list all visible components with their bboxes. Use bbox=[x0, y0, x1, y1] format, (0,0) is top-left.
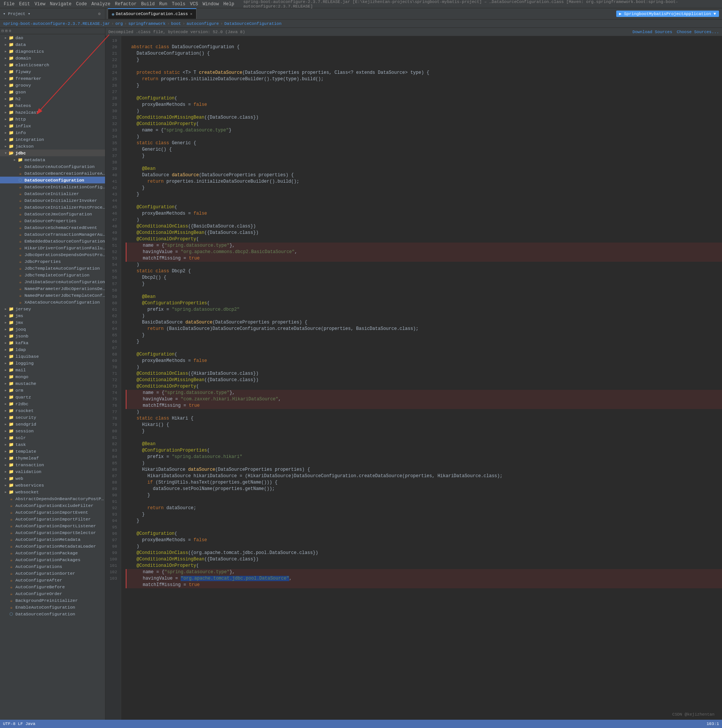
collapse-all-icon[interactable]: ⊟ bbox=[2, 29, 4, 33]
menu-file[interactable]: File bbox=[2, 2, 17, 7]
tree-item[interactable]: ▸ 📁 websocket bbox=[0, 488, 105, 495]
tree-item[interactable]: ▸ 📁 jackson bbox=[0, 143, 105, 150]
tree-item[interactable]: ▸ 📁 mustache bbox=[0, 380, 105, 387]
tree-item[interactable]: ▸ 📁 http bbox=[0, 116, 105, 122]
tree-item[interactable]: ☕ DataSourceTransactionManagerAutoConfig… bbox=[0, 231, 105, 238]
menu-vcs[interactable]: VCS bbox=[188, 2, 201, 7]
tree-item[interactable]: ▸ 📁 groovy bbox=[0, 82, 105, 89]
menu-tools[interactable]: Tools bbox=[170, 2, 188, 7]
tree-item[interactable]: ☕ DataSourceInitializer bbox=[0, 190, 105, 197]
tree-item[interactable]: ☕ JdbcProperties bbox=[0, 258, 105, 265]
tree-item[interactable]: ⬡ DataSourceConfiguration bbox=[0, 610, 105, 617]
tab-close-icon[interactable]: ✕ bbox=[190, 12, 192, 16]
breadcrumb-item[interactable]: autoconfigure bbox=[187, 21, 219, 26]
tree-item[interactable]: ▸ 📁 quartz bbox=[0, 393, 105, 400]
settings-icon[interactable]: ⚙ bbox=[9, 29, 11, 33]
tree-item[interactable]: ▸ 📁 validation bbox=[0, 468, 105, 475]
tree-item[interactable]: ☕ DataSourceJmxConfiguration bbox=[0, 211, 105, 217]
sidebar-gear-icon[interactable]: ⚙ bbox=[98, 11, 101, 16]
tree-item[interactable]: ☕ AutoConfigureOrder bbox=[0, 590, 105, 597]
tree-item[interactable]: ☕ EnableAutoConfiguration bbox=[0, 604, 105, 610]
tree-item[interactable]: ▸ 📁 orm bbox=[0, 387, 105, 393]
tree-item[interactable]: ▸ 📁 jms bbox=[0, 312, 105, 319]
tree-item[interactable]: ▸ 📁 kafka bbox=[0, 340, 105, 346]
tree-item[interactable]: ☕ AutoConfigurationExcludeFilter bbox=[0, 502, 105, 509]
tree-item[interactable]: ☕ AbstractDependsOnBeanFactoryPostProces… bbox=[0, 495, 105, 502]
tree-item[interactable]: ▸ 📁 dao bbox=[0, 34, 105, 41]
tree-item[interactable]: ▸ 📁 metadata bbox=[0, 156, 105, 163]
tree-item[interactable]: ☕ DataSourceInitializerPostProcessor bbox=[0, 204, 105, 211]
tree-item[interactable]: ▸ 📁 data bbox=[0, 41, 105, 48]
download-sources-link[interactable]: Download Sources bbox=[632, 30, 672, 34]
code-content[interactable]: abstract class DataSourceConfiguration {… bbox=[121, 36, 722, 728]
tree-item[interactable]: ▸ 📁 influx bbox=[0, 122, 105, 129]
menu-refactor[interactable]: Refactor bbox=[113, 2, 139, 7]
tree-item[interactable]: ☕ AutoConfigurationImportEvent bbox=[0, 509, 105, 515]
tree-item[interactable]: ☕ JdbcOperationsDependsOnPostProcessor bbox=[0, 251, 105, 258]
tree-item[interactable]: ▸ 📁 flyway bbox=[0, 68, 105, 75]
tree-item[interactable]: ☕ EmbeddedDataSourceConfiguration bbox=[0, 238, 105, 245]
tree-item[interactable]: ▸ 📁 info bbox=[0, 129, 105, 136]
tree-item[interactable]: ☕ NamedParameterJdbcOperationsDependsOnP… bbox=[0, 285, 105, 292]
tree-item[interactable]: ☕ AutoConfigurationMetadata bbox=[0, 536, 105, 543]
tree-item[interactable]: ☕ AutoConfigurationImportListener bbox=[0, 522, 105, 529]
tree-item[interactable]: ☕ JndiDataSourceAutoConfiguration bbox=[0, 278, 105, 285]
tree-item[interactable]: ▸ 📁 gson bbox=[0, 89, 105, 95]
tree-item[interactable]: ▸ 📁 mongo bbox=[0, 373, 105, 380]
tree-item[interactable]: ▸ 📁 mail bbox=[0, 366, 105, 373]
tree-item[interactable]: ▸ 📁 session bbox=[0, 427, 105, 434]
tree-item[interactable]: ☕ HikariDriverConfigurationFailureAnalyz… bbox=[0, 245, 105, 251]
tree-item[interactable]: ▸ 📁 diagnostics bbox=[0, 48, 105, 55]
tree-item[interactable]: ▸ 📁 h2 bbox=[0, 95, 105, 102]
code-container[interactable]: 1920212223 2425262728 2930313233 3435363… bbox=[105, 36, 722, 728]
tree-item[interactable]: ▸ 📁 jersey bbox=[0, 306, 105, 312]
tree-item[interactable]: ▸ 📁 webservices bbox=[0, 482, 105, 488]
menu-code[interactable]: Code bbox=[74, 2, 89, 7]
tree-item[interactable]: ▸ 📁 transaction bbox=[0, 461, 105, 468]
tree-item[interactable]: ☕ AutoConfigureAfter bbox=[0, 577, 105, 583]
breadcrumb-item[interactable]: springframework bbox=[128, 21, 166, 26]
tree-item[interactable]: ☕ DataSourceProperties bbox=[0, 217, 105, 224]
expand-all-icon[interactable]: ⊞ bbox=[5, 29, 8, 33]
tree-item[interactable]: ▸ 📁 integration bbox=[0, 136, 105, 143]
tree-item[interactable]: ☕ AutoConfigurationPackage bbox=[0, 549, 105, 556]
menu-edit[interactable]: Edit bbox=[17, 2, 32, 7]
tree-item[interactable]: ▸ 📁 elasticsearch bbox=[0, 61, 105, 68]
breadcrumb-item[interactable]: org bbox=[115, 21, 123, 26]
menu-help[interactable]: Help bbox=[221, 2, 237, 7]
run-button[interactable]: ▶ SpringbootMybatisProjectApplication ▼ bbox=[616, 11, 719, 17]
tree-item[interactable]: ☕ XADataSourceAutoConfiguration bbox=[0, 299, 105, 306]
tree-item[interactable]: ▸ 📁 hateos bbox=[0, 102, 105, 109]
tree-item[interactable]: ▸ 📁 solr bbox=[0, 434, 105, 441]
tree-item[interactable]: ☕ AutoConfigurations bbox=[0, 563, 105, 570]
tree-item[interactable]: ▸ 📁 web bbox=[0, 475, 105, 482]
tree-item[interactable]: ▸ 📁 domain bbox=[0, 55, 105, 61]
menu-window[interactable]: Window bbox=[200, 2, 221, 7]
tree-item[interactable]: ▸ 📁 thymeleaf bbox=[0, 454, 105, 461]
tree-item-datasource-config[interactable]: ⬡ DataSourceConfiguration bbox=[0, 177, 105, 184]
tree-item[interactable]: ☕ DataSourceSchemaCreatedEvent bbox=[0, 224, 105, 231]
menu-run[interactable]: Run bbox=[157, 2, 170, 7]
tree-item[interactable]: ☕ NamedParameterJdbcTemplateConfiguratio… bbox=[0, 292, 105, 299]
breadcrumb-item[interactable]: DataSourceConfiguration bbox=[224, 21, 282, 26]
tree-item[interactable]: ▸ 📁 rsocket bbox=[0, 407, 105, 414]
tree-item[interactable]: ▸ 📁 r2dbc bbox=[0, 400, 105, 407]
tree-item[interactable]: ☕ AutoConfigurationPackages bbox=[0, 556, 105, 563]
tree-item[interactable]: ▸ 📁 jmx bbox=[0, 319, 105, 326]
tree-item[interactable]: ☕ AutoConfigureBefore bbox=[0, 583, 105, 590]
breadcrumb-item[interactable]: spring-boot-autoconfigure-2.3.7.RELEASE.… bbox=[3, 21, 110, 26]
tree-item[interactable]: ☕ AutoConfigurationImportFilter bbox=[0, 515, 105, 522]
tree-item[interactable]: ☕ JdbcTemplateConfiguration bbox=[0, 272, 105, 278]
tree-item[interactable]: ☕ AutoConfigurationImportSelector bbox=[0, 529, 105, 536]
menu-build[interactable]: Build bbox=[139, 2, 157, 7]
menu-navigate[interactable]: Navigate bbox=[47, 2, 74, 7]
tree-item[interactable]: ▸ 📁 hazelcast bbox=[0, 109, 105, 116]
tree-item[interactable]: ▸ 📁 freemarker bbox=[0, 75, 105, 82]
tree-item[interactable]: ▸ 📁 jsonb bbox=[0, 333, 105, 340]
tree-item[interactable]: ▸ 📁 logging bbox=[0, 360, 105, 366]
tree-item[interactable]: ☕ DataSourceBeanCreationFailureAnalyzer bbox=[0, 170, 105, 177]
tree-item[interactable]: ▸ 📁 liquibase bbox=[0, 353, 105, 360]
menu-analyze[interactable]: Analyze bbox=[89, 2, 113, 7]
tree-item[interactable]: ☕ DataSourceInitializerInvoker bbox=[0, 197, 105, 204]
tree-item[interactable]: ▸ 📁 template bbox=[0, 448, 105, 454]
